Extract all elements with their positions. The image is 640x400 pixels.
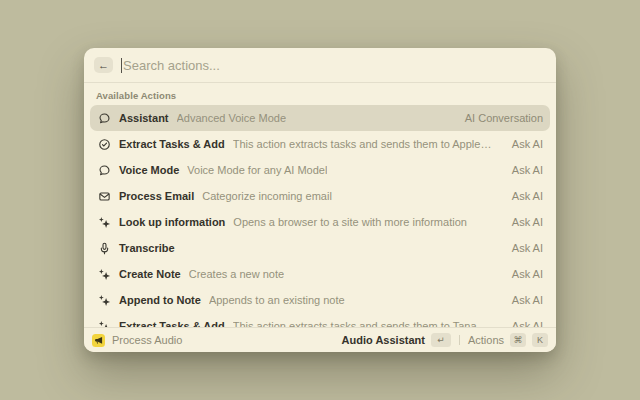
footer-divider xyxy=(459,335,460,345)
list-item-transcribe[interactable]: Transcribe Ask AI xyxy=(90,235,550,261)
list-item-subtitle: Opens a browser to a site with more info… xyxy=(233,216,467,228)
list-item-title: Transcribe xyxy=(119,242,175,254)
microphone-icon xyxy=(97,241,111,255)
list-item-title: Look up information xyxy=(119,216,225,228)
check-circle-icon xyxy=(97,137,111,151)
list-item-subtitle: Appends to an existing note xyxy=(209,294,345,306)
list-item-title: Append to Note xyxy=(119,294,201,306)
command-keycap[interactable]: ⌘ xyxy=(510,333,526,347)
list-item-accessory: Ask AI xyxy=(502,320,543,327)
back-button[interactable]: ← xyxy=(94,57,113,73)
list-item-accessory: Ask AI xyxy=(502,164,543,176)
list-item-look-up-information[interactable]: Look up information Opens a browser to a… xyxy=(90,209,550,235)
envelope-icon xyxy=(97,189,111,203)
megaphone-app-icon xyxy=(92,334,105,347)
list-item-title: Extract Tasks & Add xyxy=(119,320,225,327)
list-item-accessory: Ask AI xyxy=(502,294,543,306)
list-item-assistant[interactable]: Assistant Advanced Voice Mode AI Convers… xyxy=(90,105,550,131)
list-item-accessory: Ask AI xyxy=(502,268,543,280)
list-item-subtitle: Voice Mode for any AI Model xyxy=(187,164,327,176)
list-item-title: Extract Tasks & Add xyxy=(119,138,225,150)
back-arrow-icon: ← xyxy=(98,59,109,71)
footer-actions-area: Audio Assistant ↵ Actions ⌘ K xyxy=(342,333,548,347)
k-keycap[interactable]: K xyxy=(532,333,548,347)
footer-app-name: Process Audio xyxy=(112,334,182,346)
list-item-append-to-note[interactable]: Append to Note Appends to an existing no… xyxy=(90,287,550,313)
list-item-title: Assistant xyxy=(119,112,169,124)
actions-list: Available Actions Assistant Advanced Voi… xyxy=(84,83,556,327)
chat-bubble-icon xyxy=(97,163,111,177)
sparkles-icon xyxy=(97,319,111,327)
actions-menu-label[interactable]: Actions xyxy=(468,334,504,346)
list-item-subtitle: Categorize incoming email xyxy=(202,190,332,202)
list-item-subtitle: This action extracts tasks and sends the… xyxy=(233,138,494,150)
command-palette-window: ← Available Actions Assistant Advanced V… xyxy=(84,48,556,352)
list-item-voice-mode[interactable]: Voice Mode Voice Mode for any AI Model A… xyxy=(90,157,550,183)
list-item-accessory: Ask AI xyxy=(502,242,543,254)
list-item-accessory: AI Conversation xyxy=(455,112,543,124)
list-item-subtitle: Advanced Voice Mode xyxy=(177,112,286,124)
list-item-extract-tasks-tana[interactable]: Extract Tasks & Add This action extracts… xyxy=(90,313,550,327)
list-item-accessory: Ask AI xyxy=(502,138,543,150)
list-item-subtitle: This action extracts tasks and sends the… xyxy=(233,320,477,327)
list-item-title: Create Note xyxy=(119,268,181,280)
sparkles-icon xyxy=(97,293,111,307)
list-item-process-email[interactable]: Process Email Categorize incoming email … xyxy=(90,183,550,209)
sparkles-icon xyxy=(97,215,111,229)
sparkles-icon xyxy=(97,267,111,281)
return-keycap[interactable]: ↵ xyxy=(431,333,451,347)
text-caret xyxy=(121,58,122,73)
status-bar: Process Audio Audio Assistant ↵ Actions … xyxy=(84,327,556,352)
section-header: Available Actions xyxy=(90,83,550,105)
primary-action-label[interactable]: Audio Assistant xyxy=(342,334,425,346)
search-input[interactable] xyxy=(123,58,546,73)
list-item-title: Process Email xyxy=(119,190,194,202)
list-item-title: Voice Mode xyxy=(119,164,179,176)
list-item-accessory: Ask AI xyxy=(502,216,543,228)
list-item-accessory: Ask AI xyxy=(502,190,543,202)
search-field-wrap xyxy=(121,58,546,73)
search-bar: ← xyxy=(84,48,556,83)
list-item-subtitle: Creates a new note xyxy=(189,268,284,280)
list-item-create-note[interactable]: Create Note Creates a new note Ask AI xyxy=(90,261,550,287)
list-item-extract-tasks-reminders[interactable]: Extract Tasks & Add This action extracts… xyxy=(90,131,550,157)
chat-bubble-icon xyxy=(97,111,111,125)
